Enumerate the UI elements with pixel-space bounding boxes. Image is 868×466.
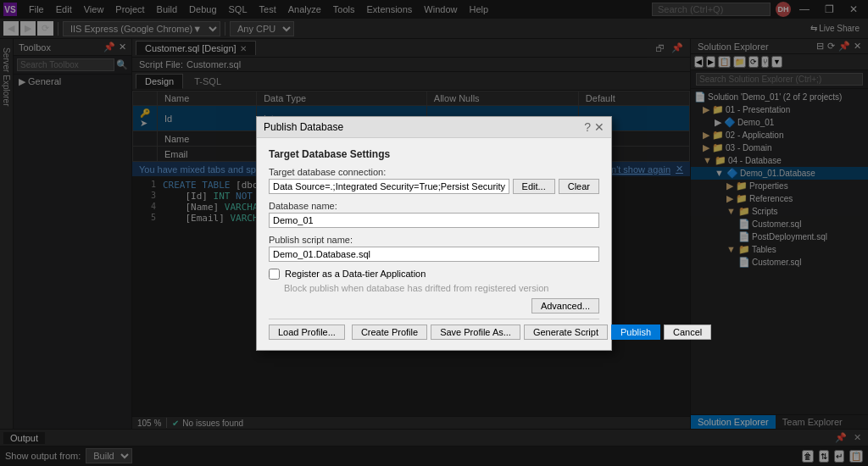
modal-scriptname-label: Publish script name: bbox=[269, 235, 599, 245]
modal-save-profile-button[interactable]: Save Profile As... bbox=[431, 325, 520, 340]
modal-overlay: Publish Database ? ✕ Target Database Set… bbox=[0, 0, 868, 466]
modal-close-button[interactable]: ✕ bbox=[594, 120, 604, 134]
modal-title: Publish Database bbox=[264, 121, 343, 133]
publish-database-dialog: Publish Database ? ✕ Target Database Set… bbox=[256, 116, 612, 351]
modal-titlebar-buttons: ? ✕ bbox=[584, 120, 604, 134]
modal-register-checkbox[interactable] bbox=[269, 269, 280, 280]
modal-publish-button[interactable]: Publish bbox=[611, 325, 660, 340]
modal-generate-script-button[interactable]: Generate Script bbox=[524, 325, 608, 340]
modal-body: Target Database Settings Target database… bbox=[257, 138, 611, 350]
modal-help-button[interactable]: ? bbox=[584, 120, 591, 134]
modal-advanced-row: Advanced... bbox=[269, 298, 599, 313]
modal-disabled-text: Block publish when database has drifted … bbox=[284, 283, 599, 293]
modal-cancel-button[interactable]: Cancel bbox=[664, 325, 711, 340]
modal-connection-row: Edit... Clear bbox=[269, 179, 599, 194]
modal-advanced-button[interactable]: Advanced... bbox=[531, 298, 599, 313]
modal-titlebar: Publish Database ? ✕ bbox=[257, 117, 611, 138]
modal-checkbox-row: Register as a Data-tier Application bbox=[269, 269, 599, 280]
modal-load-profile-button[interactable]: Load Profile... bbox=[269, 325, 345, 340]
modal-create-profile-button[interactable]: Create Profile bbox=[352, 325, 427, 340]
modal-connection-input[interactable] bbox=[269, 179, 509, 194]
modal-register-label: Register as a Data-tier Application bbox=[285, 269, 426, 279]
modal-scriptname-input[interactable] bbox=[269, 247, 599, 262]
modal-dbname-input[interactable] bbox=[269, 213, 599, 228]
modal-footer: Load Profile... Create Profile Save Prof… bbox=[269, 325, 599, 340]
modal-separator bbox=[269, 319, 599, 319]
modal-edit-button[interactable]: Edit... bbox=[513, 179, 555, 194]
modal-dbname-label: Database name: bbox=[269, 201, 599, 211]
modal-clear-button[interactable]: Clear bbox=[559, 179, 599, 194]
modal-section-title: Target Database Settings bbox=[269, 148, 599, 160]
modal-connection-label: Target database connection: bbox=[269, 167, 599, 177]
